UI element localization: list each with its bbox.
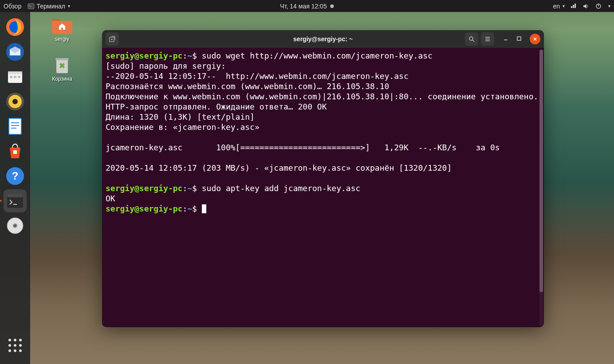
shopping-bag-icon <box>5 141 25 161</box>
svg-point-32 <box>14 344 16 347</box>
svg-point-29 <box>14 339 16 341</box>
svg-rect-46 <box>517 37 521 40</box>
prompt-user: sergiy@sergiy-pc <box>106 51 182 60</box>
svg-rect-7 <box>8 71 22 74</box>
desktop-icon-label: Корзина <box>52 76 72 82</box>
input-source-label: en <box>553 3 560 10</box>
terminal-line: jcameron-key.asc 100%[==================… <box>106 143 500 152</box>
power-icon[interactable] <box>595 3 602 10</box>
apps-grid-icon <box>7 337 23 353</box>
dock-software-center[interactable] <box>4 140 27 163</box>
firefox-icon <box>5 17 25 37</box>
prompt-path: ~ <box>187 204 192 213</box>
svg-point-33 <box>19 344 22 347</box>
dock-files[interactable] <box>4 65 27 88</box>
minimize-button[interactable] <box>503 35 508 43</box>
svg-rect-19 <box>13 150 17 154</box>
top-panel: Обзор Терминал ▾ Чт, 14 мая 12:05 en ▾ ▾ <box>0 0 614 12</box>
dock-thunderbird[interactable] <box>4 40 27 63</box>
svg-rect-8 <box>10 76 12 78</box>
svg-point-40 <box>469 37 473 40</box>
svg-point-13 <box>12 99 18 104</box>
search-icon <box>468 35 475 43</box>
input-source-indicator[interactable]: en ▾ <box>553 3 565 10</box>
trash-icon <box>51 55 73 74</box>
app-menu[interactable]: Терминал ▾ <box>28 3 70 10</box>
svg-rect-9 <box>14 76 16 78</box>
dock-firefox[interactable] <box>4 16 27 39</box>
app-menu-label: Терминал <box>36 3 65 10</box>
prompt-dollar: $ <box>192 184 197 193</box>
minimize-icon <box>503 36 508 41</box>
terminal-line: Распознаётся www.webmin.com (www.webmin.… <box>106 82 389 91</box>
dock: ? <box>0 12 30 364</box>
prompt-dollar: $ <box>192 204 197 213</box>
prompt-sep: : <box>182 204 187 213</box>
terminal-line: [sudo] пароль для sergiy: <box>106 61 231 70</box>
terminal-titlebar[interactable]: sergiy@sergiy-pc: ~ <box>102 30 544 48</box>
svg-rect-14 <box>9 118 21 134</box>
svg-rect-0 <box>28 4 34 9</box>
svg-point-27 <box>14 225 16 227</box>
svg-point-35 <box>14 349 16 352</box>
desktop-icon-trash[interactable]: Корзина <box>44 55 80 82</box>
close-button[interactable] <box>530 34 540 44</box>
new-tab-button[interactable] <box>106 32 119 46</box>
terminal-line: 2020-05-14 12:05:17 (203 MB/s) - «jcamer… <box>106 163 452 172</box>
dock-libreoffice-writer[interactable] <box>4 115 27 138</box>
terminal-line: --2020-05-14 12:05:17-- http://www.webmi… <box>106 71 409 81</box>
menu-button[interactable] <box>481 32 494 46</box>
terminal-line: HTTP-запрос отправлен. Ожидание ответа… … <box>106 102 327 111</box>
maximize-button[interactable] <box>516 35 522 43</box>
dock-show-apps[interactable] <box>4 334 27 357</box>
terminal-scrollbar[interactable] <box>539 50 543 325</box>
terminal-app-icon <box>28 3 35 10</box>
prompt-dollar: $ <box>192 51 197 60</box>
terminal-title: sergiy@sergiy-pc: ~ <box>293 35 353 43</box>
prompt-sep: : <box>182 51 187 60</box>
home-folder-icon <box>51 16 73 34</box>
terminal-line: Длина: 1320 (1,3K) [text/plain] <box>106 112 255 121</box>
scrollbar-thumb[interactable] <box>539 50 543 292</box>
prompt-path: ~ <box>187 184 192 193</box>
terminal-window: sergiy@sergiy-pc: ~ sergiy@sergiy-pc:~$ … <box>102 30 544 327</box>
svg-rect-10 <box>18 76 20 78</box>
terminal-output[interactable]: sergiy@sergiy-pc:~$ sudo wget http://www… <box>102 48 544 327</box>
volume-icon[interactable] <box>583 3 590 10</box>
terminal-line: Подключение к www.webmin.com (www.webmin… <box>106 92 538 101</box>
svg-point-30 <box>19 339 22 341</box>
network-icon[interactable] <box>570 3 577 10</box>
terminal-command: sudo apt-key add jcameron-key.asc <box>202 184 361 193</box>
thunderbird-icon <box>5 42 25 62</box>
notification-dot-icon <box>331 4 334 8</box>
dock-rhythmbox[interactable] <box>4 90 27 113</box>
help-icon: ? <box>5 166 25 186</box>
desktop-icon-label: sergiy <box>55 36 69 42</box>
prompt-path: ~ <box>187 51 192 60</box>
terminal-command: sudo wget http://www.webmin.com/jcameron… <box>202 51 433 60</box>
svg-rect-38 <box>55 58 69 60</box>
svg-point-28 <box>8 339 11 341</box>
clock[interactable]: Чт, 14 мая 12:05 <box>280 3 327 10</box>
dock-terminal[interactable] <box>4 189 27 212</box>
dock-help[interactable]: ? <box>4 164 27 188</box>
prompt-user: sergiy@sergiy-pc <box>106 204 182 213</box>
terminal-line: Сохранение в: «jcameron-key.asc» <box>106 122 260 132</box>
speaker-icon <box>5 92 25 111</box>
desktop-icons-area: sergiy Корзина <box>44 16 80 95</box>
svg-line-41 <box>472 40 474 42</box>
chevron-down-icon: ▾ <box>68 4 70 8</box>
desktop-icon-home[interactable]: sergiy <box>44 16 80 42</box>
hamburger-icon <box>484 35 491 43</box>
prompt-sep: : <box>182 184 187 193</box>
svg-text:?: ? <box>12 170 19 182</box>
close-icon <box>532 36 538 42</box>
svg-rect-23 <box>7 194 23 197</box>
chevron-down-icon: ▾ <box>608 4 610 8</box>
activities-button[interactable]: Обзор <box>4 3 21 10</box>
disc-icon <box>5 216 25 235</box>
svg-point-34 <box>8 349 11 352</box>
prompt-user: sergiy@sergiy-pc <box>106 184 182 193</box>
dock-disc[interactable] <box>4 214 27 237</box>
search-button[interactable] <box>465 32 478 46</box>
